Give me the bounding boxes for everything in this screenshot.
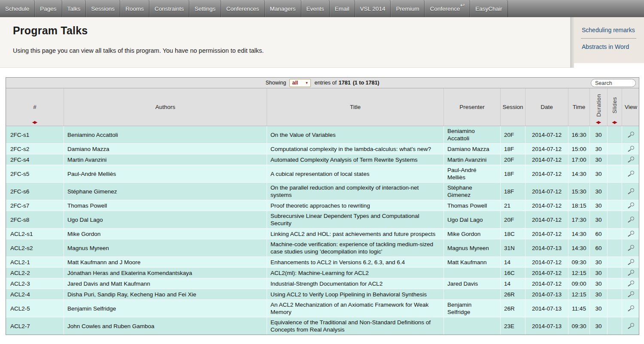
cell-session: 26R: [500, 300, 525, 317]
view-magnifier-icon[interactable]: [628, 291, 635, 298]
view-magnifier-icon[interactable]: [628, 281, 635, 287]
view-magnifier-icon[interactable]: [628, 305, 635, 312]
nav-tab-label: Schedule: [5, 6, 29, 12]
side-column: Scheduling remarks Abstracts in Word: [574, 17, 644, 68]
cell-slides: [607, 268, 622, 278]
nav-tab-email[interactable]: Email: [330, 0, 355, 17]
cell-date: 2014-07-13: [525, 317, 568, 335]
cell-view: [622, 278, 640, 289]
cell-presenter: Stéphane Gimenez: [444, 183, 500, 200]
top-navbar: SchedulePagesTalksSessionsRoomsConstrain…: [0, 0, 644, 17]
cell-id: ACL2-2: [6, 268, 64, 278]
page-size-select[interactable]: all ▼: [289, 79, 311, 87]
cell-view: [622, 211, 640, 228]
view-magnifier-icon[interactable]: [628, 245, 635, 251]
cell-authors: Disha Puri, Sandip Ray, Kecheng Hao and …: [64, 289, 267, 299]
nav-tab-managers[interactable]: Managers: [265, 0, 301, 17]
cell-duration: 30: [589, 278, 607, 289]
column-header-date: Date: [525, 88, 568, 126]
view-magnifier-icon[interactable]: [628, 132, 635, 138]
cell-presenter: Paul-André Melliès: [444, 165, 500, 182]
cell-view: [622, 144, 640, 154]
cell-date: 2014-07-12: [525, 211, 568, 228]
view-magnifier-icon[interactable]: [628, 323, 635, 329]
page-header: Program Talks Using this page you can vi…: [0, 17, 644, 68]
cell-date: 2014-07-12: [525, 165, 568, 182]
cell-presenter: [444, 289, 500, 299]
nav-tab-easychair[interactable]: EasyChair: [470, 0, 507, 17]
sort-control-id[interactable]: ◀▶: [32, 120, 38, 124]
view-magnifier-icon[interactable]: [628, 146, 635, 152]
view-magnifier-icon[interactable]: [628, 259, 635, 266]
cell-id: 2FC-s5: [6, 165, 64, 182]
nav-tab-settings[interactable]: Settings: [189, 0, 221, 17]
search-input[interactable]: [591, 79, 636, 87]
cell-presenter: Magnus Myreen: [444, 239, 500, 256]
cell-view: [622, 289, 640, 299]
nav-tab-conference[interactable]: Conference↩: [425, 0, 470, 17]
nav-tab-rooms[interactable]: Rooms: [120, 0, 149, 17]
cell-presenter: Martin Avanzini: [444, 154, 500, 165]
column-header-session: Session: [500, 88, 525, 126]
nav-tab-events[interactable]: Events: [301, 0, 330, 17]
cell-duration: 60: [589, 229, 607, 239]
cell-time: 09:30: [568, 257, 589, 267]
page-size-value: all: [292, 80, 298, 86]
nav-tab-pages[interactable]: Pages: [35, 0, 62, 17]
cell-view: [622, 300, 640, 317]
view-magnifier-icon[interactable]: [628, 270, 635, 276]
cell-date: 2014-07-13: [525, 289, 568, 299]
cell-authors: Mike Gordon: [64, 229, 267, 239]
nav-tab-label: Conference: [430, 6, 460, 12]
cell-slides: [607, 165, 622, 182]
cell-view: [622, 154, 640, 165]
view-magnifier-icon[interactable]: [628, 231, 635, 237]
view-magnifier-icon[interactable]: [628, 157, 635, 163]
table-row-2fc-s7: 2FC-s7Thomas PowellProof theoretic appro…: [6, 200, 639, 211]
cell-title: On the parallel reduction and complexity…: [267, 183, 444, 200]
nav-tab-vsl-2014[interactable]: VSL 2014: [355, 0, 391, 17]
table-row-acl2-7: ACL2-7John Cowles and Ruben GamboaEquiva…: [6, 317, 639, 335]
view-magnifier-icon[interactable]: [628, 188, 635, 195]
nav-tab-conferences[interactable]: Conferences: [221, 0, 265, 17]
cell-title: Proof theoretic approaches to rewriting: [267, 200, 444, 211]
scheduling-remarks-link[interactable]: Scheduling remarks: [574, 26, 644, 34]
cell-title: Equivalence of the Traditional and Non-S…: [267, 317, 444, 335]
cell-presenter: Beniamino Accattoli: [444, 126, 500, 143]
column-header-title: Title: [267, 88, 444, 126]
table-row-acl2-3: ACL2-3Jared Davis and Matt KaufmannIndus…: [6, 278, 639, 289]
sort-control-slides[interactable]: ◀▶: [612, 120, 617, 124]
nav-tab-premium[interactable]: Premium: [391, 0, 425, 17]
table-row-2fc-s1: 2FC-s1Beniamino AccattoliOn the Value of…: [6, 126, 639, 143]
table-row-2fc-s5: 2FC-s5Paul-André MellièsA cubical repres…: [6, 165, 639, 182]
column-label-id: #: [33, 104, 36, 110]
cell-time: 11:45: [568, 300, 589, 317]
view-magnifier-icon[interactable]: [628, 171, 635, 177]
cell-view: [622, 165, 640, 182]
cell-title: Subrecursive Linear Dependent Types and …: [267, 211, 444, 228]
nav-tab-sessions[interactable]: Sessions: [86, 0, 120, 17]
cell-session: 18C: [500, 229, 525, 239]
cell-time: 12:15: [568, 289, 589, 299]
view-magnifier-icon[interactable]: [628, 202, 635, 209]
abstracts-in-word-link[interactable]: Abstracts in Word: [574, 42, 644, 51]
nav-tab-label: Conferences: [226, 6, 259, 12]
view-magnifier-icon[interactable]: [628, 217, 635, 223]
cell-time: 15:30: [568, 183, 589, 200]
cell-session: 14: [500, 257, 525, 267]
page-subtitle: Using this page you can view all talks o…: [13, 47, 570, 54]
cell-title: Computational complexity in the lambda-c…: [267, 144, 444, 154]
cell-title: On the Value of Variables: [267, 126, 444, 143]
side-panel: Scheduling remarks Abstracts in Word: [574, 17, 644, 63]
nav-tab-talks[interactable]: Talks: [62, 0, 86, 17]
nav-tab-constraints[interactable]: Constraints: [149, 0, 189, 17]
table-row-2fc-s2: 2FC-s2Damiano MazzaComputational complex…: [6, 143, 639, 154]
cell-session: 16C: [500, 268, 525, 278]
sort-control-duration[interactable]: ◀▶: [596, 120, 601, 124]
table-row-acl2-5: ACL2-5Benjamin SelfridgeAn ACL2 Mechaniz…: [6, 299, 639, 317]
nav-tab-schedule[interactable]: Schedule: [0, 0, 35, 17]
cell-authors: John Cowles and Ruben Gamboa: [64, 317, 267, 335]
cell-title: ACL2(ml): Machine-Learning for ACL2: [267, 268, 444, 278]
cell-duration: 30: [589, 183, 607, 200]
cell-session: 18F: [500, 144, 525, 154]
